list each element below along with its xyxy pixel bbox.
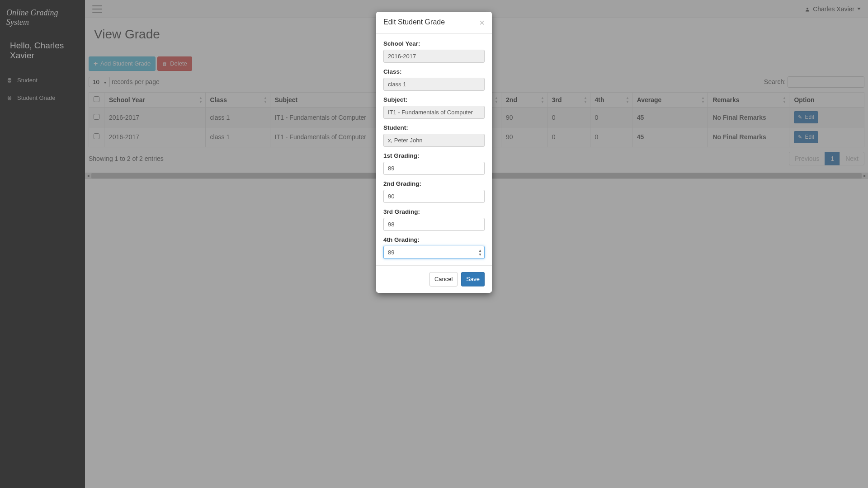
modal-body: School Year: Class: Subject: Student: 1s… [376, 34, 492, 265]
cancel-button[interactable]: Cancel [429, 272, 458, 286]
student-input[interactable] [383, 134, 485, 147]
modal-close-button[interactable]: × [479, 18, 485, 27]
grading-3-input[interactable] [383, 218, 485, 231]
modal-title: Edit Student Grade [383, 18, 445, 26]
label-g1: 1st Grading: [383, 152, 485, 159]
modal-footer: Cancel Save [376, 265, 492, 293]
save-button[interactable]: Save [461, 272, 485, 286]
label-subject: Subject: [383, 96, 485, 103]
spinner-down-icon[interactable]: ▼ [478, 253, 482, 257]
label-student: Student: [383, 124, 485, 131]
label-g4: 4th Grading: [383, 236, 485, 243]
label-g2: 2nd Grading: [383, 180, 485, 187]
label-school-year: School Year: [383, 40, 485, 47]
spinner-up-icon[interactable]: ▲ [478, 249, 482, 253]
class-input[interactable] [383, 78, 485, 91]
grading-2-input[interactable] [383, 190, 485, 203]
label-g3: 3rd Grading: [383, 208, 485, 215]
grading-1-input[interactable] [383, 162, 485, 175]
modal-header: Edit Student Grade × [376, 12, 492, 34]
school-year-input[interactable] [383, 50, 485, 63]
subject-input[interactable] [383, 106, 485, 119]
grading-4-input[interactable] [383, 246, 485, 259]
edit-grade-modal: Edit Student Grade × School Year: Class:… [376, 12, 492, 293]
number-spinner[interactable]: ▲▼ [478, 249, 482, 257]
label-class: Class: [383, 68, 485, 75]
